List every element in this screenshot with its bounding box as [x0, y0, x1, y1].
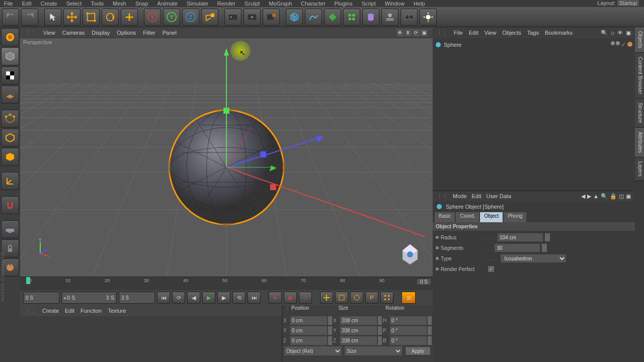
pos-y-field[interactable]: 0 cm: [290, 326, 327, 335]
add-light[interactable]: [420, 9, 437, 26]
segments-field[interactable]: [495, 244, 540, 252]
tab-phong[interactable]: Phong: [504, 212, 526, 222]
om-search-icon[interactable]: 🔍: [601, 30, 608, 36]
live-select-tool[interactable]: [1, 28, 19, 46]
side-tab-attributes[interactable]: Attributes: [635, 128, 644, 157]
vp-nav-icon[interactable]: ✥: [396, 29, 404, 36]
vp-orbit-icon[interactable]: ⟳: [413, 29, 420, 36]
om-max-icon[interactable]: ▣: [626, 30, 631, 36]
radius-stepper[interactable]: [545, 233, 550, 241]
pos-x-field[interactable]: 0 cm: [290, 316, 327, 325]
range-end-field[interactable]: 3 S: [119, 292, 155, 304]
tab-basic[interactable]: Basic: [435, 212, 455, 222]
om-eye-icon[interactable]: 👁: [617, 30, 623, 36]
menu-simulate[interactable]: Simulate: [187, 1, 208, 7]
undo-button[interactable]: [2, 9, 19, 26]
coord-system[interactable]: [201, 9, 218, 26]
y-axis-lock[interactable]: Y: [163, 9, 180, 26]
x-axis-lock[interactable]: X: [144, 9, 161, 26]
select-tool[interactable]: [44, 9, 61, 26]
menu-render[interactable]: Render: [217, 1, 235, 7]
om-menu-file[interactable]: File: [454, 30, 463, 36]
next-frame-button[interactable]: ▶: [217, 292, 230, 304]
layout-selector[interactable]: Layout: Startup: [597, 0, 639, 6]
menu-window[interactable]: Window: [385, 1, 405, 7]
phong-tag-icon[interactable]: [627, 41, 633, 47]
om-menu-bookmarks[interactable]: Bookmarks: [545, 30, 573, 36]
pos-z-field[interactable]: 0 cm: [290, 336, 327, 345]
side-tab-layers[interactable]: Layers: [635, 157, 644, 181]
model-mode[interactable]: [1, 47, 19, 65]
coord-mode-dropdown[interactable]: Object (Rel): [284, 346, 342, 355]
menu-tools[interactable]: Tools: [91, 1, 104, 7]
menu-sculpt[interactable]: Sculpt: [245, 1, 260, 7]
mat-menu-create[interactable]: Create: [42, 308, 59, 314]
add-environment[interactable]: [381, 9, 398, 26]
redo-button[interactable]: [21, 9, 38, 26]
add-camera[interactable]: [400, 9, 418, 26]
workplane-snap[interactable]: [1, 220, 19, 238]
key-scale-button[interactable]: [335, 292, 348, 304]
prev-frame-button[interactable]: ◀: [187, 292, 200, 304]
play-forward-button[interactable]: ⟲: [232, 292, 246, 304]
timeline-window-button[interactable]: ⊞: [401, 292, 416, 304]
vp-zoom-icon[interactable]: ⬍: [405, 29, 412, 36]
key-rot-button[interactable]: [350, 292, 363, 304]
render-view[interactable]: [224, 9, 242, 26]
menu-select[interactable]: Select: [66, 1, 82, 7]
point-mode[interactable]: [1, 110, 19, 128]
am-menu-edit[interactable]: Edit: [472, 193, 481, 199]
radius-field[interactable]: [498, 233, 543, 241]
keyframe-help[interactable]: ?: [299, 292, 312, 304]
goto-start-button[interactable]: ⏮: [157, 292, 170, 304]
add-spline[interactable]: [305, 9, 322, 26]
menu-snap[interactable]: Snap: [135, 1, 148, 7]
last-tool[interactable]: [121, 9, 138, 26]
key-pla-button[interactable]: [380, 292, 393, 304]
menu-edit[interactable]: Edit: [22, 1, 32, 7]
menu-mograph[interactable]: MoGraph: [269, 1, 292, 7]
menu-plugins[interactable]: Plugins: [335, 1, 353, 7]
segments-stepper[interactable]: [542, 244, 547, 252]
menu-script[interactable]: Script: [362, 1, 376, 7]
size-mode-dropdown[interactable]: Size: [345, 346, 402, 355]
range-start-field[interactable]: 0 S: [23, 292, 59, 304]
side-tab-content[interactable]: Content Browser: [635, 53, 644, 99]
side-tab-structure[interactable]: Structure: [635, 99, 644, 128]
render-perfect-checkbox[interactable]: ✓: [488, 266, 494, 272]
rot-b-field[interactable]: 0 °: [390, 336, 427, 345]
rotate-tool[interactable]: [102, 9, 119, 26]
texture-mode[interactable]: [1, 66, 19, 84]
add-array[interactable]: [343, 9, 360, 26]
rot-p-field[interactable]: 0 °: [390, 326, 427, 335]
size-y-field[interactable]: 208 cm: [340, 326, 377, 335]
menu-file[interactable]: File: [4, 1, 13, 7]
am-lock-icon[interactable]: 🔒: [610, 193, 617, 200]
add-deformer[interactable]: [362, 9, 379, 26]
size-z-field[interactable]: 208 cm: [340, 336, 377, 345]
vp-menu-panel[interactable]: Panel: [163, 30, 177, 36]
vp-max-icon[interactable]: ▣: [421, 29, 428, 36]
vp-menu-cameras[interactable]: Cameras: [62, 30, 85, 36]
type-dropdown[interactable]: Icosahedron: [501, 254, 566, 262]
key-pos-button[interactable]: [320, 292, 333, 304]
size-x-field[interactable]: 208 cm: [340, 316, 377, 325]
autokey-button[interactable]: ◉: [284, 292, 297, 304]
add-generator[interactable]: [324, 9, 341, 26]
om-menu-edit[interactable]: Edit: [469, 30, 478, 36]
edge-mode[interactable]: [1, 129, 19, 147]
render-settings[interactable]: [263, 9, 280, 26]
polygon-mode[interactable]: [1, 148, 19, 166]
menu-help[interactable]: Help: [414, 1, 425, 7]
add-cube[interactable]: [286, 9, 303, 26]
vp-menu-filter[interactable]: Filter: [143, 30, 155, 36]
mat-menu-function[interactable]: Function: [80, 308, 102, 314]
menu-character[interactable]: Character: [301, 1, 325, 7]
vp-menu-options[interactable]: Options: [117, 30, 136, 36]
apply-button[interactable]: Apply: [405, 346, 431, 355]
am-menu-mode[interactable]: Mode: [453, 193, 467, 199]
render-pv[interactable]: [244, 9, 261, 26]
am-back-icon[interactable]: ◀: [581, 193, 585, 200]
object-tree[interactable]: Sphere ✓: [433, 38, 635, 191]
scale-tool[interactable]: [83, 9, 100, 26]
